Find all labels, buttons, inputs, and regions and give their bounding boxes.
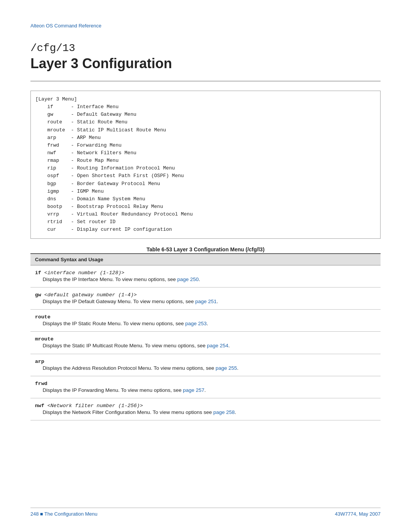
cmd-cell-2: routeDisplays the IP Static Route Menu. …	[30, 310, 381, 332]
footer-left: 248 ■ The Configuration Menu	[30, 511, 97, 517]
page-link[interactable]: page 253	[185, 321, 207, 326]
menu-box: [Layer 3 Menu] if - Interface Menu gw - …	[30, 91, 381, 239]
page-link[interactable]: page 251	[195, 299, 217, 304]
title-main: Layer 3 Configuration	[30, 56, 381, 72]
cmd-cell-6: nwf <Network filter number (1-256)>Displ…	[30, 398, 381, 420]
footer: 248 ■ The Configuration Menu 43W7774, Ma…	[30, 508, 381, 517]
cmd-syntax: mroute	[35, 335, 376, 342]
table-header-row: Command Syntax and Usage	[30, 254, 381, 265]
table-row: frwdDisplays the IP Forwarding Menu. To …	[30, 376, 381, 398]
cmd-description: Displays the IP Forwarding Menu. To view…	[35, 387, 376, 394]
cmd-syntax: arp	[35, 358, 376, 364]
page-link[interactable]: page 250	[177, 276, 199, 282]
page-link[interactable]: page 255	[216, 365, 237, 371]
cmd-description: Displays the IP Interface Menu. To view …	[35, 276, 376, 283]
cmd-cell-4: arpDisplays the Address Resolution Proto…	[30, 354, 381, 376]
command-table: Command Syntax and Usage if <interface n…	[30, 253, 381, 421]
table-row: nwf <Network filter number (1-256)>Displ…	[30, 398, 381, 420]
table-row: gw <default gateway number (1-4)>Display…	[30, 287, 381, 309]
table-caption-row: Table 6-53 Layer 3 Configuration Menu (/…	[30, 246, 381, 252]
table-caption-text: Table 6-53 Layer 3 Configuration Menu (/…	[147, 246, 264, 252]
title-divider	[30, 81, 381, 81]
page-link[interactable]: page 254	[207, 343, 228, 348]
table-row: arpDisplays the Address Resolution Proto…	[30, 354, 381, 376]
cmd-syntax: gw <default gateway number (1-4)>	[35, 291, 376, 298]
page-link[interactable]: page 257	[183, 387, 204, 393]
cmd-syntax: frwd	[35, 380, 376, 387]
cmd-syntax: if <interface number (1-128)>	[35, 269, 376, 276]
cmd-cell-0: if <interface number (1-128)>Displays th…	[30, 265, 381, 287]
cmd-syntax: nwf <Network filter number (1-256)>	[35, 402, 376, 409]
menu-content: [Layer 3 Menu] if - Interface Menu gw - …	[35, 96, 373, 234]
table-row: mrouteDisplays the Static IP Multicast R…	[30, 332, 381, 354]
table-row: if <interface number (1-128)>Displays th…	[30, 265, 381, 287]
cmd-description: Displays the Network Filter Configuratio…	[35, 409, 376, 416]
cmd-cell-1: gw <default gateway number (1-4)>Display…	[30, 287, 381, 309]
table-row: routeDisplays the IP Static Route Menu. …	[30, 310, 381, 332]
cmd-syntax: route	[35, 313, 376, 320]
cmd-cell-5: frwdDisplays the IP Forwarding Menu. To …	[30, 376, 381, 398]
command-syntax-header: Command Syntax and Usage	[30, 254, 381, 265]
table-caption: Table 6-53 Layer 3 Configuration Menu (/…	[30, 246, 381, 252]
cmd-description: Displays the Address Resolution Protocol…	[35, 364, 376, 372]
page: Alteon OS Command Reference /cfg/13 Laye…	[0, 0, 411, 532]
breadcrumb: Alteon OS Command Reference	[30, 23, 381, 29]
cmd-description: Displays the IP Default Gateway Menu. To…	[35, 298, 376, 305]
title-block: /cfg/13 Layer 3 Configuration	[30, 42, 381, 72]
title-cfg: /cfg/13	[30, 42, 381, 54]
cmd-cell-3: mrouteDisplays the Static IP Multicast R…	[30, 332, 381, 354]
cmd-description: Displays the IP Static Route Menu. To vi…	[35, 320, 376, 328]
page-link[interactable]: page 258	[213, 409, 234, 415]
footer-right: 43W7774, May 2007	[335, 511, 381, 517]
cmd-description: Displays the Static IP Multicast Route M…	[35, 342, 376, 350]
